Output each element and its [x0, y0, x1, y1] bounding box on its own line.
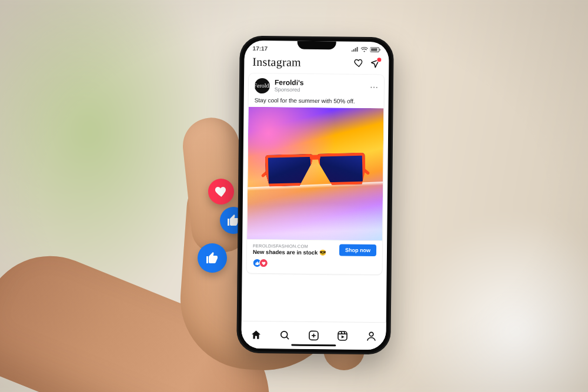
cta-headline: New shades are in stock 😎: [253, 249, 335, 256]
signal-icon: [352, 47, 359, 52]
home-indicator: [291, 344, 336, 346]
app-header: Instagram: [244, 53, 389, 75]
instagram-logo[interactable]: Instagram: [252, 55, 301, 69]
phone-notch: [298, 41, 336, 50]
nav-profile-icon[interactable]: [366, 330, 377, 342]
phone-screen: 17:17 Instagram: [241, 41, 389, 350]
floating-love-reaction-icon: [208, 179, 234, 205]
messages-icon[interactable]: [370, 58, 380, 68]
feed[interactable]: Feroldi Feroldi's Sponsored ⋯ Stay cool …: [242, 73, 389, 280]
activity-heart-icon[interactable]: [353, 58, 364, 68]
smartphone-frame: 17:17 Instagram: [236, 36, 394, 355]
post-header[interactable]: Feroldi Feroldi's Sponsored ⋯: [249, 73, 384, 98]
love-reaction-icon: [259, 259, 268, 267]
svg-rect-8: [338, 331, 347, 340]
sponsored-post-card: Feroldi Feroldi's Sponsored ⋯ Stay cool …: [247, 73, 385, 275]
notification-badge-icon: [376, 57, 382, 62]
bottom-nav: [241, 321, 386, 350]
wifi-icon: [361, 47, 368, 52]
nav-create-icon[interactable]: [308, 330, 319, 341]
shop-now-button[interactable]: Shop now: [339, 244, 376, 257]
reaction-strip[interactable]: [247, 257, 382, 274]
svg-point-3: [281, 331, 288, 338]
battery-icon: [370, 47, 381, 52]
svg-line-4: [286, 337, 289, 339]
sunglasses-product: [265, 149, 366, 193]
post-menu-icon[interactable]: ⋯: [370, 82, 378, 92]
nav-home-icon[interactable]: [250, 329, 262, 341]
status-time: 17:17: [253, 45, 268, 52]
nav-reels-icon[interactable]: [337, 330, 349, 341]
ad-media-image[interactable]: [247, 107, 383, 241]
sponsored-label: Sponsored: [275, 87, 304, 93]
advertiser-avatar[interactable]: Feroldi: [255, 78, 270, 93]
svg-point-9: [370, 332, 374, 336]
cta-row: FEROLDISFASHION.COM New shades are in st…: [247, 239, 382, 259]
nav-search-icon[interactable]: [279, 329, 290, 341]
svg-rect-2: [379, 49, 380, 51]
floating-like-reaction-icon: [198, 243, 227, 273]
svg-rect-1: [371, 48, 377, 51]
